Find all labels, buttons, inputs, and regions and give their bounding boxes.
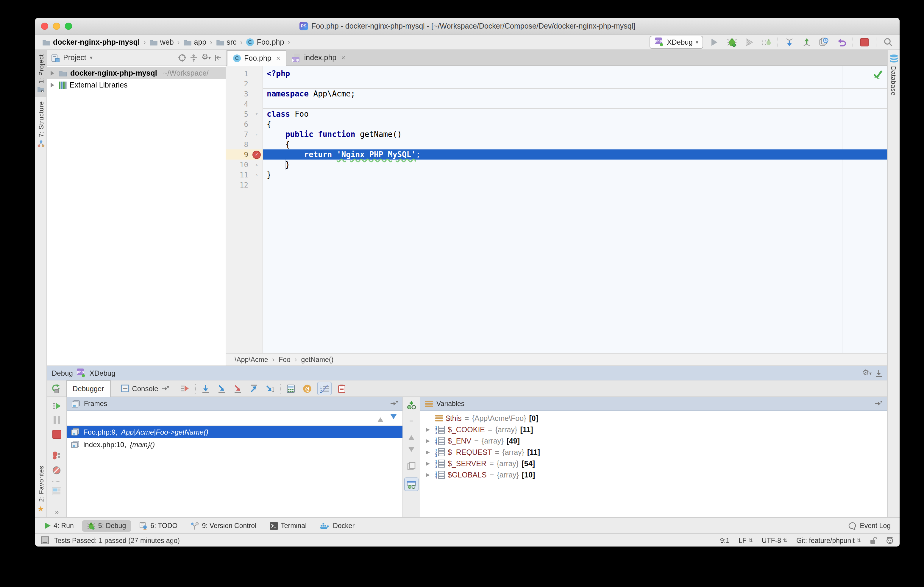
git-branch-widget[interactable]: Git: feature/phpunit⇅	[796, 537, 861, 544]
run-to-cursor-button[interactable]: I	[264, 383, 276, 394]
expand-chevron-icon[interactable]	[426, 439, 432, 443]
code-viewport[interactable]: <?php​namespace App\Acme;​class Foo{ pub…	[263, 66, 887, 353]
copy-icon[interactable]	[407, 462, 416, 470]
toolwindow-button-project[interactable]: 1: Project	[35, 50, 47, 97]
code-line-10[interactable]: }	[263, 160, 887, 170]
hide-panel-button[interactable]	[214, 54, 221, 61]
stack-frame-row[interactable]: Foo.php:9, App|Acme|Foo->getName()	[67, 425, 403, 438]
editor-tab-index-php[interactable]: phpindex.php×	[286, 50, 351, 66]
stop-debug-button[interactable]	[52, 430, 61, 439]
event-log-button[interactable]: Event Log	[848, 522, 894, 529]
remove-watch-button[interactable]: −	[409, 417, 414, 425]
tab-debugger[interactable]: Debugger	[66, 380, 111, 397]
commit-changes-button[interactable]	[801, 36, 813, 48]
status-message[interactable]: Tests Passed: 1 passed (27 minutes ago)	[54, 537, 180, 544]
close-tab-icon[interactable]: ×	[341, 54, 345, 62]
rollback-button[interactable]	[835, 36, 847, 48]
title-bar[interactable]: PS Foo.php - docker-nginx-php-mysql - [~…	[35, 18, 899, 35]
gutter-line-10[interactable]: 10▵	[226, 160, 262, 170]
gutter-line-3[interactable]: 3	[226, 89, 262, 99]
fold-marker-icon[interactable]: ▿	[251, 109, 262, 119]
previous-frame-button[interactable]	[378, 414, 383, 422]
variable-row[interactable]: 123$_ENV = {array} [49]	[420, 435, 887, 447]
breadcrumb-item[interactable]: web	[148, 37, 175, 47]
quick-evaluate-icon[interactable]: @	[301, 383, 313, 394]
expand-chevron-icon[interactable]	[51, 71, 56, 76]
variable-row[interactable]: 123$_SERVER = {array} [54]	[420, 458, 887, 469]
gutter-line-9[interactable]: 9✓	[226, 149, 262, 160]
search-everywhere-icon[interactable]	[882, 36, 894, 48]
code-line-7[interactable]: public function getName()	[263, 129, 887, 139]
close-window-button[interactable]	[41, 23, 48, 30]
editor-breadcrumb-item[interactable]: getName()	[301, 356, 334, 363]
inspection-status-icon[interactable]	[873, 70, 883, 79]
expand-chevron-icon[interactable]	[426, 462, 432, 465]
code-line-5[interactable]: class Foo	[263, 109, 887, 119]
code-line-8[interactable]: {	[263, 139, 887, 149]
gutter-line-8[interactable]: 8	[226, 139, 262, 149]
code-line-12[interactable]: ​	[263, 180, 887, 190]
close-tab-icon[interactable]: ×	[276, 54, 280, 62]
debug-settings-gear-icon[interactable]: ⚙▾	[862, 373, 871, 374]
code-line-9[interactable]: return 'Nginx PHP MySQL';	[263, 149, 887, 160]
expand-chevron-icon[interactable]	[426, 450, 432, 454]
add-watch-button[interactable]	[406, 401, 416, 410]
variables-panel-options-icon[interactable]	[874, 401, 882, 407]
breakpoint-icon[interactable]: ✓	[251, 149, 262, 160]
rerun-button[interactable]	[50, 383, 62, 394]
thread-dump-button[interactable]	[336, 383, 348, 394]
run-button[interactable]	[708, 36, 720, 48]
code-line-3[interactable]: namespace App\Acme;	[263, 89, 887, 99]
highlighting-level-icon[interactable]	[886, 536, 894, 544]
editor-tab-foo-php[interactable]: CFoo.php×	[227, 50, 286, 66]
stop-button[interactable]	[858, 36, 870, 48]
code-line-1[interactable]: <?php	[263, 68, 887, 79]
editor-breadcrumb-item[interactable]: Foo	[279, 356, 290, 363]
editor[interactable]: 12345▿67▿89✓10▵11▵12 <?php​namespace App…	[226, 66, 887, 353]
step-out-button[interactable]	[248, 383, 260, 394]
breadcrumb-item[interactable]: docker-nginx-php-mysql	[41, 37, 141, 47]
editor-breadcrumb-item[interactable]: \App\Acme	[234, 356, 268, 363]
toolwindow-tab-docker[interactable]: Docker	[315, 520, 359, 531]
toolwindow-tab--todo[interactable]: 6: TODO	[134, 520, 182, 531]
show-execution-point-button[interactable]	[179, 383, 191, 394]
expand-chevron-icon[interactable]	[51, 83, 56, 87]
breadcrumb-item[interactable]: app	[182, 37, 208, 47]
toolwindow-button-structure[interactable]: 7: Structure	[35, 97, 47, 152]
project-tree-item[interactable]: docker-nginx-php-mysql~/Workspace/	[47, 67, 226, 79]
hide-debug-panel-button[interactable]	[875, 369, 882, 376]
debug-button[interactable]	[726, 36, 738, 48]
gutter-line-2[interactable]: 2	[226, 79, 262, 89]
next-frame-button[interactable]	[391, 414, 396, 422]
more-actions-button[interactable]: »	[55, 508, 58, 516]
view-breakpoints-button[interactable]	[52, 451, 61, 460]
gutter-line-11[interactable]: 11▵	[226, 170, 262, 180]
code-line-11[interactable]: }	[263, 170, 887, 180]
debug-toolwindow-header[interactable]: Debug php XDebug ⚙▾	[47, 366, 887, 381]
code-line-2[interactable]: ​	[263, 79, 887, 89]
gutter-line-12[interactable]: 12	[226, 180, 262, 190]
variable-row[interactable]: 123$_REQUEST = {array} [11]	[420, 447, 887, 458]
breadcrumb-item[interactable]: src	[214, 37, 238, 47]
zoom-window-button[interactable]	[65, 23, 72, 30]
encoding-widget[interactable]: UTF-8⇅	[762, 537, 787, 544]
step-over-button[interactable]	[200, 383, 212, 394]
stack-frame-row[interactable]: index.php:10, {main}()	[67, 438, 403, 451]
force-step-into-button[interactable]	[232, 383, 244, 394]
show-watches-toggle[interactable]	[404, 477, 419, 491]
code-line-4[interactable]: ​	[263, 99, 887, 109]
select-opened-file-button[interactable]	[178, 54, 186, 62]
gutter-line-1[interactable]: 1	[226, 68, 262, 79]
line-separator-widget[interactable]: LF⇅	[739, 537, 753, 544]
update-project-button[interactable]	[784, 36, 795, 48]
variable-row[interactable]: 123$_COOKIE = {array} [11]	[420, 424, 887, 435]
listen-debug-connections-button[interactable]: (((	[760, 36, 772, 48]
restore-layout-button[interactable]	[52, 488, 61, 495]
resume-button[interactable]	[52, 402, 61, 410]
expand-chevron-icon[interactable]	[426, 473, 432, 477]
gutter-line-6[interactable]: 6	[226, 119, 262, 129]
editor-gutter[interactable]: 12345▿67▿89✓10▵11▵12	[226, 66, 263, 353]
breakpoint-verified-icon[interactable]: ✓	[252, 150, 261, 159]
step-into-button[interactable]	[216, 383, 228, 394]
fold-marker-icon[interactable]: ▵	[251, 160, 262, 170]
